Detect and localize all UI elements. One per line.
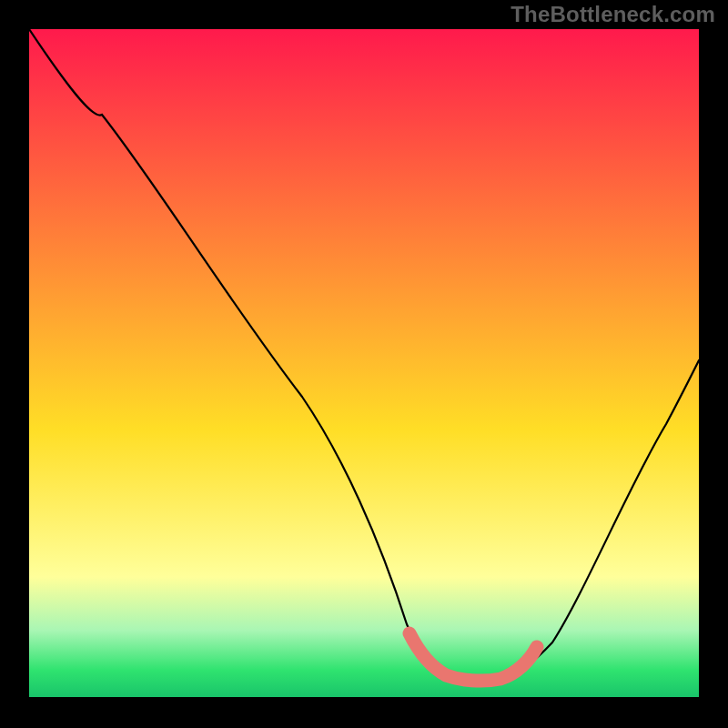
highlight-band <box>410 633 537 681</box>
watermark-text: TheBottleneck.com <box>511 2 715 27</box>
curve-layer <box>29 29 699 697</box>
bottom-black-strip <box>29 697 699 728</box>
bottleneck-curve <box>29 29 699 682</box>
chart-frame: TheBottleneck.com <box>0 0 728 728</box>
plot-area <box>29 29 699 697</box>
